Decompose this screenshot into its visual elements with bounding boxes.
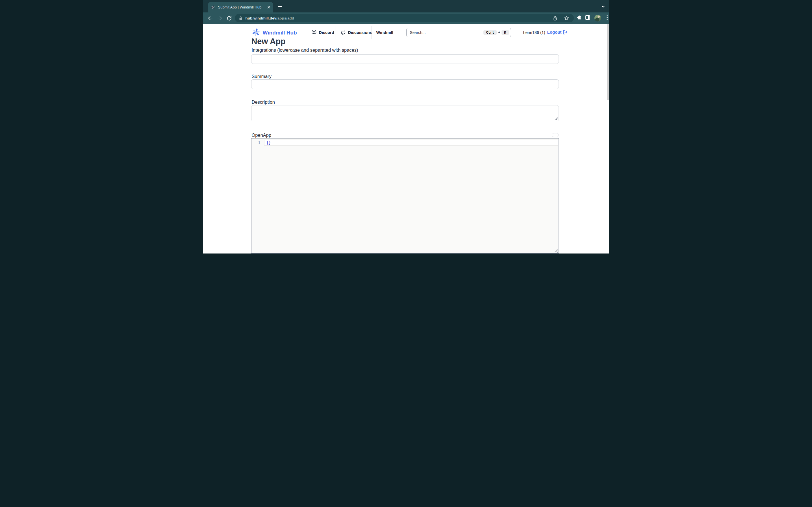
- textarea-resize-grip-icon[interactable]: [554, 117, 558, 120]
- github-icon: [340, 30, 346, 35]
- openapp-label: OpenApp: [252, 132, 271, 138]
- kbd-ctrl: Ctrl: [484, 30, 497, 35]
- windmill-hub-logo[interactable]: [252, 28, 260, 38]
- integrations-label: Integrations (lowercase and separated wi…: [252, 48, 358, 53]
- editor-line-number: 1: [254, 140, 260, 145]
- nav-divider: [335, 26, 335, 39]
- back-icon[interactable]: [207, 15, 213, 21]
- openapp-toggle[interactable]: [552, 133, 559, 137]
- summary-input[interactable]: [251, 79, 559, 89]
- description-label: Description: [252, 100, 275, 105]
- url-bar[interactable]: hub.windmill.dev/apps/add: [235, 14, 574, 22]
- editor-active-line[interactable]: {}: [264, 139, 558, 146]
- forward-icon[interactable]: [217, 15, 223, 21]
- profile-avatar[interactable]: [595, 15, 601, 21]
- bookmark-star-icon[interactable]: [564, 15, 569, 21]
- discord-icon: [311, 30, 317, 35]
- tab-search-chevron-down-icon[interactable]: [601, 4, 606, 9]
- editor-resize-grip-icon[interactable]: [554, 248, 558, 253]
- reload-icon[interactable]: [226, 15, 233, 21]
- nav-link-discord[interactable]: Discord: [319, 30, 334, 35]
- browser-toolbar: hub.windmill.dev/apps/add: [203, 12, 609, 24]
- share-icon[interactable]: [553, 15, 558, 21]
- windmill-logo-icon: [252, 28, 260, 37]
- description-textarea[interactable]: [251, 105, 559, 121]
- tab-title: Submit App | Windmill Hub: [218, 5, 267, 9]
- kbd-plus: +: [498, 31, 500, 35]
- nav-link-discussions[interactable]: Discussions: [348, 30, 372, 35]
- nav-link-windmill[interactable]: Windmill: [376, 30, 393, 35]
- url-path: /apps/add: [276, 16, 294, 20]
- summary-label: Summary: [252, 74, 272, 79]
- username-label: henri186 (1): [523, 30, 545, 35]
- kbd-k: K: [501, 30, 509, 35]
- windmill-favicon-icon: [211, 5, 215, 10]
- tab-close-icon[interactable]: [267, 5, 271, 9]
- page-scrollbar-thumb[interactable]: [607, 24, 609, 100]
- logout-label: Logout: [547, 30, 562, 35]
- side-panel-icon[interactable]: [585, 15, 590, 20]
- logout-icon: [563, 30, 568, 35]
- openapp-code-editor[interactable]: 1 {}: [251, 138, 559, 253]
- logout-button[interactable]: Logout: [547, 30, 568, 35]
- url-host: hub.windmill.dev: [246, 16, 276, 20]
- browser-window: Submit App | Windmill Hub: [203, 0, 609, 253]
- browser-tab[interactable]: Submit App | Windmill Hub: [208, 2, 273, 12]
- search-input[interactable]: [410, 30, 484, 35]
- extensions-puzzle-icon[interactable]: [577, 15, 582, 20]
- search-box: Ctrl + K: [406, 28, 511, 37]
- kebab-menu-icon[interactable]: [605, 15, 609, 20]
- brand-title[interactable]: Windmill Hub: [263, 30, 297, 36]
- lock-icon[interactable]: [239, 16, 243, 20]
- tab-strip: Submit App | Windmill Hub: [203, 0, 609, 12]
- new-tab-button[interactable]: [277, 4, 283, 9]
- editor-code: {}: [266, 140, 271, 145]
- page-title: New App: [251, 37, 286, 46]
- page-content: Windmill Hub Discord Discussions Windmil…: [203, 24, 609, 253]
- integrations-input[interactable]: [251, 54, 559, 64]
